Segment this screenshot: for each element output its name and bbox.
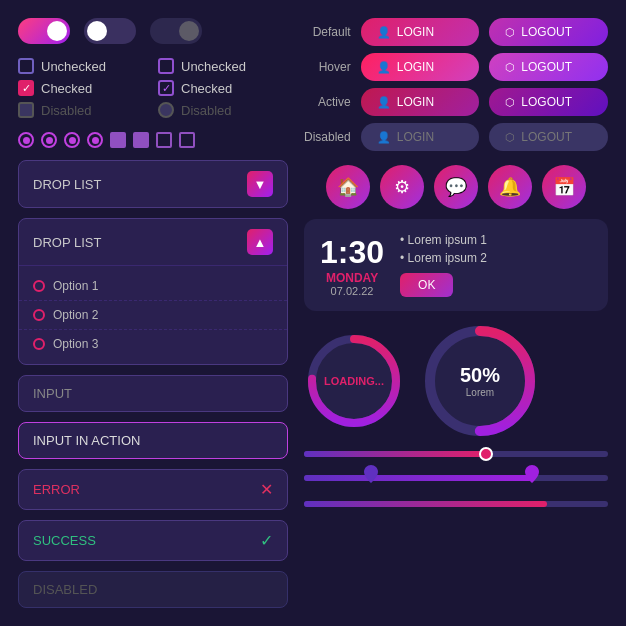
success-label: SUCCESS	[33, 533, 96, 548]
checkbox-checked-1[interactable]: ✓ Checked	[18, 80, 148, 96]
droplist-arrow-up: ▲	[247, 229, 273, 255]
day-display: MONDAY	[326, 271, 378, 285]
option-label-2: Option 2	[53, 308, 98, 322]
home-icon-button[interactable]: 🏠	[326, 165, 370, 209]
login-label-default: LOGIN	[397, 25, 434, 39]
time-card: 1:30 MONDAY 07.02.22 Lorem ipsum 1 Lorem…	[304, 219, 608, 311]
lorem-item-2: Lorem ipsum 2	[400, 251, 592, 265]
login-button-active[interactable]: 👤 LOGIN	[361, 88, 480, 116]
droplist-open-header[interactable]: DROP LIST ▲	[19, 219, 287, 266]
slider-1[interactable]	[304, 451, 608, 457]
droplist-option-2[interactable]: Option 2	[19, 301, 287, 330]
slider-2[interactable]	[304, 475, 608, 481]
ok-button[interactable]: OK	[400, 273, 453, 297]
login-button-hover[interactable]: 👤 LOGIN	[361, 53, 480, 81]
percent-text: 50%	[460, 364, 500, 387]
droplist-closed[interactable]: DROP LIST ▼	[18, 160, 288, 208]
checkbox-box-disabled-1	[18, 102, 34, 118]
login-icon-active: 👤	[377, 96, 391, 109]
pin-right	[525, 465, 539, 487]
toggle-knob-disabled	[179, 21, 199, 41]
auth-state-disabled: Disabled	[304, 130, 351, 144]
login-icon-default: 👤	[377, 26, 391, 39]
input-error[interactable]: ERROR ✕	[18, 469, 288, 510]
login-icon-hover: 👤	[377, 61, 391, 74]
logout-button-disabled: ⬡ LOGOUT	[489, 123, 608, 151]
auth-state-default: Default	[304, 25, 351, 39]
error-icon: ✕	[260, 480, 273, 499]
checkboxes-section: Unchecked Unchecked ✓ Checked ✓ Checked	[18, 58, 288, 118]
right-column: Default 👤 LOGIN ⬡ LOGOUT Hover 👤 LOGIN ⬡…	[304, 18, 608, 608]
input-default[interactable]: INPUT	[18, 375, 288, 412]
sliders-section	[304, 451, 608, 507]
checkbox-label-unchecked-1: Unchecked	[41, 59, 106, 74]
checkbox-label-unchecked-2: Unchecked	[181, 59, 246, 74]
checkbox-disabled-2: Disabled	[158, 102, 288, 118]
droplist-option-1[interactable]: Option 1	[19, 272, 287, 301]
square-dot-3[interactable]	[156, 132, 172, 148]
droplist-options: Option 1 Option 2 Option 3	[19, 266, 287, 364]
droplist-arrow-down: ▼	[247, 171, 273, 197]
logout-icon-default: ⬡	[505, 26, 515, 39]
checkbox-box-checked-1: ✓	[18, 80, 34, 96]
square-dot-4[interactable]	[179, 132, 195, 148]
checkbox-label-checked-1: Checked	[41, 81, 92, 96]
checkbox-unchecked-1[interactable]: Unchecked	[18, 58, 148, 74]
date-display: 07.02.22	[331, 285, 374, 297]
auth-grid: Default 👤 LOGIN ⬡ LOGOUT Hover 👤 LOGIN ⬡…	[304, 18, 608, 151]
droplist-open-label: DROP LIST	[33, 235, 101, 250]
calendar-icon: 📅	[553, 176, 575, 198]
logout-button-default[interactable]: ⬡ LOGOUT	[489, 18, 608, 46]
input-active[interactable]: INPUT IN ACTION	[18, 422, 288, 459]
checkbox-checked-2[interactable]: ✓ Checked	[158, 80, 288, 96]
radio-dot-4[interactable]	[87, 132, 103, 148]
loading-circle: LOADING...	[304, 331, 404, 431]
droplist-option-3[interactable]: Option 3	[19, 330, 287, 358]
square-dot-2[interactable]	[133, 132, 149, 148]
progress-lorem: Lorem	[460, 387, 500, 398]
checkbox-label-checked-2: Checked	[181, 81, 232, 96]
checkbox-label-disabled-1: Disabled	[41, 103, 92, 118]
auth-state-hover: Hover	[304, 60, 351, 74]
checkbox-label-disabled-2: Disabled	[181, 103, 232, 118]
radio-dot-2[interactable]	[41, 132, 57, 148]
calendar-icon-button[interactable]: 📅	[542, 165, 586, 209]
home-icon: 🏠	[337, 176, 359, 198]
settings-icon-button[interactable]: ⚙	[380, 165, 424, 209]
toggle-on[interactable]	[18, 18, 70, 44]
slider-fill-1	[304, 451, 486, 457]
chat-icon: 💬	[445, 176, 467, 198]
login-label-hover: LOGIN	[397, 60, 434, 74]
auth-state-active: Active	[304, 95, 351, 109]
logout-button-active[interactable]: ⬡ LOGOUT	[489, 88, 608, 116]
droplist-open: DROP LIST ▲ Option 1 Option 2 Option 3	[18, 218, 288, 365]
checkbox-box-unchecked-2	[158, 58, 174, 74]
option-label-3: Option 3	[53, 337, 98, 351]
toggle-knob-off	[87, 21, 107, 41]
slider-3[interactable]	[304, 501, 608, 507]
checkbox-unchecked-2[interactable]: Unchecked	[158, 58, 288, 74]
chat-icon-button[interactable]: 💬	[434, 165, 478, 209]
input-active-value: INPUT IN ACTION	[33, 433, 140, 448]
slider-thumb-1[interactable]	[479, 447, 493, 461]
checkbox-disabled-1: Disabled	[18, 102, 148, 118]
radio-dot-1[interactable]	[18, 132, 34, 148]
toggles-row	[18, 18, 288, 44]
square-dot-1[interactable]	[110, 132, 126, 148]
droplist-closed-label: DROP LIST	[33, 177, 101, 192]
radio-row	[18, 132, 288, 148]
toggle-off[interactable]	[84, 18, 136, 44]
logout-label-hover: LOGOUT	[521, 60, 572, 74]
bell-icon-button[interactable]: 🔔	[488, 165, 532, 209]
login-label-active: LOGIN	[397, 95, 434, 109]
input-placeholder: INPUT	[33, 386, 72, 401]
disabled-label: DISABLED	[33, 582, 97, 597]
radio-dot-3[interactable]	[64, 132, 80, 148]
left-column: Unchecked Unchecked ✓ Checked ✓ Checked	[18, 18, 288, 608]
login-button-default[interactable]: 👤 LOGIN	[361, 18, 480, 46]
logout-icon-disabled: ⬡	[505, 131, 515, 144]
input-disabled: DISABLED	[18, 571, 288, 608]
logout-button-hover[interactable]: ⬡ LOGOUT	[489, 53, 608, 81]
toggle-knob-on	[47, 21, 67, 41]
input-success[interactable]: SUCCESS ✓	[18, 520, 288, 561]
